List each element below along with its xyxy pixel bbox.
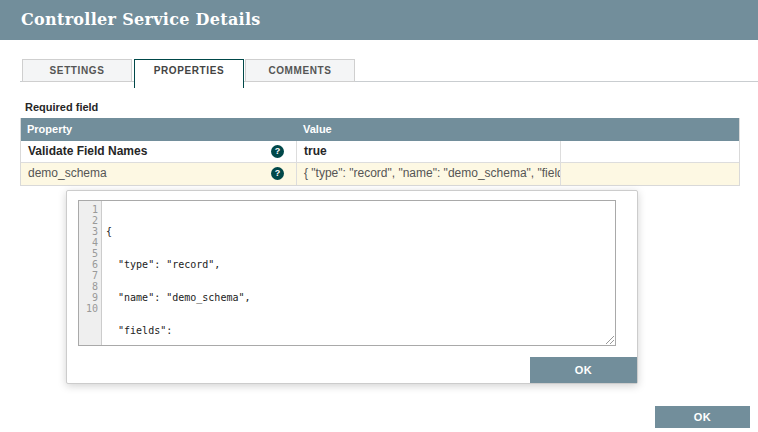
tab-properties[interactable]: PROPERTIES xyxy=(134,59,244,88)
line-number: 1 xyxy=(79,204,101,215)
line-number: 5 xyxy=(79,248,101,259)
line-number: 6 xyxy=(79,259,101,270)
tab-settings[interactable]: SETTINGS xyxy=(22,59,132,82)
question-circle-icon[interactable]: ? xyxy=(271,167,284,180)
line-number: 7 xyxy=(79,270,101,281)
column-header-value: Value xyxy=(297,118,332,141)
dialog-ok-button[interactable]: OK xyxy=(655,406,750,428)
property-name-text: Validate Field Names xyxy=(28,144,147,158)
line-number: 10 xyxy=(79,303,101,314)
properties-table: Property Value Validate Field Names ? tr… xyxy=(20,118,740,186)
row-filler xyxy=(561,141,739,162)
required-field-label: Required field xyxy=(25,101,98,113)
table-row[interactable]: demo_schema ? { "type": "record", "name"… xyxy=(21,163,739,185)
line-number: 4 xyxy=(79,237,101,248)
resize-handle-icon[interactable] xyxy=(604,334,614,344)
code-line: { xyxy=(106,226,615,237)
property-value-cell[interactable]: { "type": "record", "name": "demo_schema… xyxy=(297,163,561,185)
property-name-text: demo_schema xyxy=(28,166,107,180)
value-editor-textarea[interactable]: 1 2 3 4 5 6 7 8 9 10 { "type": "record",… xyxy=(78,200,616,346)
column-header-property: Property xyxy=(21,118,297,141)
property-name-cell: demo_schema ? xyxy=(21,163,297,185)
value-editor-popup: 1 2 3 4 5 6 7 8 9 10 { "type": "record",… xyxy=(66,190,638,384)
question-circle-icon[interactable]: ? xyxy=(271,145,284,158)
line-number: 9 xyxy=(79,292,101,303)
code-line: "type": "record", xyxy=(106,259,615,270)
code-line: "name": "demo_schema", xyxy=(106,292,615,303)
line-number-gutter: 1 2 3 4 5 6 7 8 9 10 xyxy=(79,201,102,345)
code-line: "fields": xyxy=(106,325,615,336)
tab-bar: SETTINGS PROPERTIES COMMENTS xyxy=(20,59,740,89)
line-number: 8 xyxy=(79,281,101,292)
line-number: 2 xyxy=(79,215,101,226)
dialog-title: Controller Service Details xyxy=(21,0,261,40)
editor-ok-button[interactable]: OK xyxy=(530,357,637,383)
code-content[interactable]: { "type": "record", "name": "demo_schema… xyxy=(102,201,615,345)
row-filler xyxy=(561,163,739,185)
line-number: 3 xyxy=(79,226,101,237)
tab-comments[interactable]: COMMENTS xyxy=(245,59,355,82)
table-row[interactable]: Validate Field Names ? true xyxy=(21,141,739,163)
table-header-row: Property Value xyxy=(21,118,739,141)
property-name-cell: Validate Field Names ? xyxy=(21,141,297,162)
dialog-header: Controller Service Details xyxy=(0,0,758,40)
property-value-cell[interactable]: true xyxy=(297,141,561,162)
